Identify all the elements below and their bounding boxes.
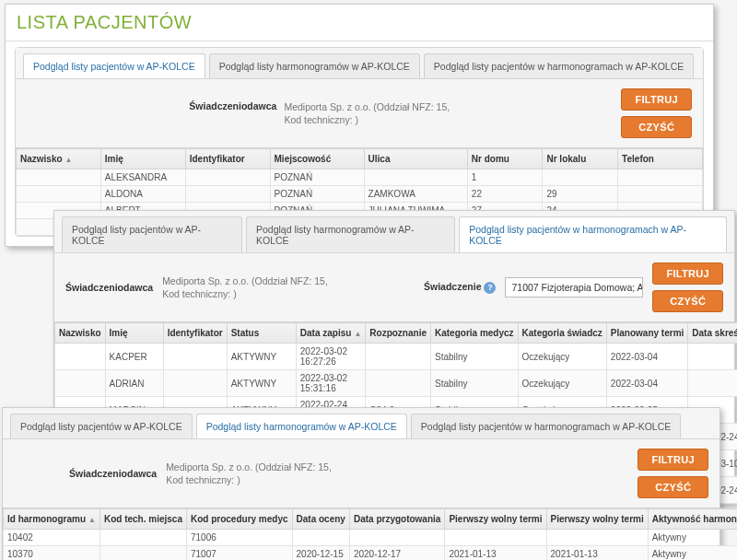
cell: Oczekujący — [518, 344, 606, 370]
cell — [292, 530, 349, 546]
cell: Oczekujący — [518, 370, 606, 397]
cell — [349, 530, 444, 546]
table-row[interactable]: ADRIANAKTYWNY2022-03-0215:31:16StabilnyO… — [55, 370, 738, 397]
help-icon[interactable]: ? — [484, 282, 496, 294]
col-header[interactable]: Planowany termi — [606, 323, 687, 344]
cell: 2022-03-0216:27:26 — [296, 344, 366, 370]
col-header[interactable]: Data zapisu▲ — [296, 323, 366, 344]
clear-button[interactable]: CZYŚĆ — [621, 116, 692, 138]
cell — [99, 530, 186, 546]
tab-patients[interactable]: Podgląd listy pacjentów w AP-KOLCE — [62, 216, 242, 252]
col-header[interactable]: Data oceny — [292, 509, 349, 530]
cell: KACPER — [105, 344, 163, 370]
col-header[interactable]: Kod tech. miejsca — [99, 509, 186, 530]
col-header[interactable]: Data skreślenia — [688, 323, 737, 344]
col-header[interactable]: Miejscowość — [270, 149, 364, 169]
tab-schedules[interactable]: Podgląd listy harmonogramów w AP-KOLCE — [209, 53, 420, 78]
col-header[interactable]: Kategoria medycz — [430, 323, 518, 344]
filter-row: Świadczeniodawca Mediporta Sp. z o.o. (O… — [3, 439, 719, 508]
col-header[interactable]: Imię — [105, 323, 163, 344]
cell: 2022-03-04 — [606, 370, 687, 397]
filter-row: Świadczeniodawca Mediporta Sp. z o.o. (O… — [16, 79, 703, 148]
page-title: LISTA PACJENTÓW — [6, 5, 713, 39]
table-row[interactable]: ALDONAPOZNAŃZAMKOWA2229 — [17, 186, 703, 203]
col-header[interactable]: Nr domu — [467, 149, 543, 169]
tab-patients[interactable]: Podgląd listy pacjentów w AP-KOLCE — [10, 414, 193, 438]
cell — [17, 186, 101, 203]
cell — [55, 344, 106, 370]
cell: AKTYWNY — [227, 370, 296, 397]
cell: Stabilny — [430, 344, 518, 370]
filter-row: Świadczeniodawca Mediporta Sp. z o.o. (O… — [54, 253, 734, 322]
tab-patients-in-schedules[interactable]: Podgląd listy pacjentów w harmonogramach… — [459, 216, 727, 252]
filter-button[interactable]: FILTRUJ — [638, 449, 708, 471]
cell — [364, 169, 467, 186]
col-header[interactable]: Ulica — [364, 149, 467, 169]
cell — [163, 370, 227, 397]
cell — [185, 169, 270, 186]
col-header[interactable]: Status — [227, 323, 296, 344]
cell — [17, 169, 101, 186]
col-header[interactable]: Nr lokalu — [543, 149, 618, 169]
provider-value: Mediporta Sp. z o.o. (Oddział NFZ: 15,Ko… — [162, 274, 328, 300]
cell: 2022-03-0215:31:16 — [296, 370, 366, 397]
cell: 2020-12-17 — [349, 546, 444, 561]
cell: 2022-03-04 — [606, 344, 687, 370]
cell: 2021-01-13 — [445, 546, 546, 561]
cell — [99, 546, 186, 561]
table-row[interactable]: KACPERAKTYWNY2022-03-0216:27:26StabilnyO… — [55, 344, 738, 370]
col-header[interactable]: Identyfikator — [163, 323, 227, 344]
cell — [55, 370, 106, 397]
cell — [445, 530, 546, 546]
cell: 29 — [543, 186, 618, 203]
col-header[interactable]: Pierwszy wolny termi — [445, 509, 546, 530]
table-row[interactable]: 1040271006Aktywny — [4, 530, 738, 546]
col-header[interactable]: Aktywność harmonog — [648, 509, 737, 530]
col-header[interactable]: Data przygotowania — [349, 509, 444, 530]
table-row[interactable]: ALEKSANDRAPOZNAŃ1 — [17, 169, 703, 186]
col-header[interactable]: Kod procedury medyc — [186, 509, 292, 530]
cell — [618, 169, 703, 186]
col-header[interactable]: Nazwisko▲ — [17, 149, 101, 169]
col-header[interactable]: Identyfikator — [185, 149, 270, 169]
filter-button[interactable]: FILTRUJ — [621, 88, 692, 111]
service-select[interactable]: 71007 Fizjoterapia Domowa; A▼ — [505, 277, 643, 298]
col-header[interactable]: Rozpoznanie — [366, 323, 431, 344]
tab-patients-in-schedules[interactable]: Podgląd listy pacjentów w harmonogramach… — [411, 414, 681, 438]
provider-label: Świadczeniodawca — [189, 100, 276, 126]
service-label: Świadczenie? — [424, 281, 496, 294]
cell: POZNAŃ — [270, 169, 364, 186]
tabs: Podgląd listy pacjentów w AP-KOLCE Podgl… — [3, 408, 719, 439]
cell: 71007 — [186, 546, 292, 561]
cell: ALEKSANDRA — [100, 169, 185, 186]
cell — [185, 186, 270, 203]
provider-value: Mediporta Sp. z o.o. (Oddział NFZ: 15,Ko… — [166, 461, 332, 486]
tabs: Podgląd listy pacjentów w AP-KOLCE Podgl… — [54, 211, 734, 253]
tab-patients[interactable]: Podgląd listy pacjentów w AP-KOLCE — [23, 53, 205, 78]
col-header[interactable]: Imię — [100, 149, 185, 169]
cell: 2020-12-15 — [292, 546, 349, 561]
col-header[interactable]: Telefon — [618, 149, 703, 169]
cell: 10402 — [4, 530, 100, 546]
cell — [543, 169, 618, 186]
tab-patients-in-schedules[interactable]: Podgląd listy pacjentów w harmonogramach… — [424, 53, 694, 78]
filter-button[interactable]: FILTRUJ — [652, 262, 723, 285]
tab-schedules[interactable]: Podgląd listy harmonogramów w AP-KOLCE — [246, 216, 455, 252]
sort-asc-icon: ▲ — [88, 516, 96, 524]
cell: Stabilny — [430, 370, 518, 397]
clear-button[interactable]: CZYŚĆ — [652, 290, 723, 312]
clear-button[interactable]: CZYŚĆ — [638, 476, 708, 498]
cell — [688, 370, 737, 397]
col-header[interactable]: Pierwszy wolny termi — [546, 509, 648, 530]
col-header[interactable]: Nazwisko — [55, 323, 106, 344]
cell — [618, 186, 703, 203]
cell: ZAMKOWA — [364, 186, 467, 203]
col-header[interactable]: Id harmonogramu▲ — [4, 509, 100, 530]
table-row[interactable]: 10370710072020-12-152020-12-172021-01-13… — [4, 546, 738, 561]
cell: POZNAŃ — [270, 186, 364, 203]
col-header[interactable]: Kategoria świadcz — [518, 323, 606, 344]
cell — [546, 530, 648, 546]
tab-schedules[interactable]: Podgląd listy harmonogramów w AP-KOLCE — [196, 414, 407, 438]
cell — [163, 344, 227, 370]
cell: 22 — [467, 186, 543, 203]
